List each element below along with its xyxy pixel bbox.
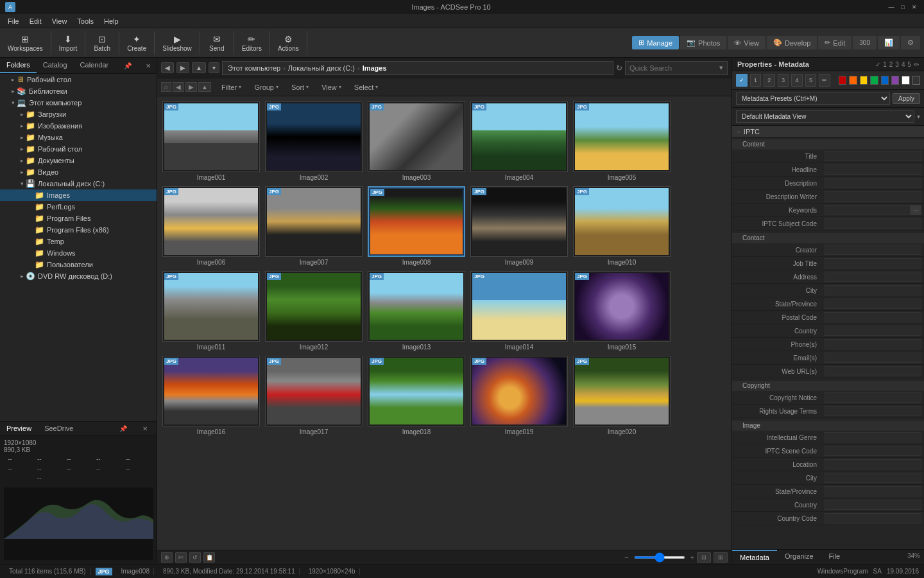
image-cell[interactable]: JPG Image019 (468, 353, 570, 438)
rights-field[interactable] (825, 406, 921, 416)
nav-recent-button[interactable]: ▾ (209, 62, 219, 73)
view-button[interactable]: View ▾ (316, 82, 346, 92)
sort-button[interactable]: Sort ▾ (286, 82, 314, 92)
intellectual-field[interactable] (825, 432, 921, 442)
workspaces-button[interactable]: ⊞ Workspaces (4, 31, 47, 55)
back-small-button[interactable]: ◀ (173, 82, 184, 92)
iptc-collapse-icon[interactable]: − (737, 128, 741, 136)
right-panel-btn2[interactable]: 2 (889, 61, 893, 68)
copy-button[interactable]: ⊕ (161, 552, 173, 563)
copyright-notice-field[interactable] (825, 392, 921, 403)
address-path[interactable]: Этот компьютер › Локальный диск (C:) › I… (222, 61, 613, 75)
tree-item[interactable]: ▾ 💻 Этот компьютер (0, 97, 157, 109)
tab-metadata[interactable]: Metadata (732, 550, 777, 564)
menu-tools[interactable]: Tools (72, 16, 99, 26)
image-cell[interactable]: JPG Image007 (262, 184, 365, 268)
folder-tree[interactable]: ▸ 🖥 Рабочий стол ▸ 📚 Библиотеки ▾ 💻 Этот… (0, 74, 157, 421)
city-field[interactable] (825, 285, 921, 295)
color-swatch-purple[interactable] (891, 76, 899, 85)
tree-item[interactable]: ▸ 📁 Музыка (0, 132, 157, 143)
country-code-field[interactable] (825, 513, 921, 523)
tab-extra[interactable]: ⚙ (901, 36, 920, 49)
nav-back-button[interactable]: ◀ (161, 62, 174, 73)
send-button[interactable]: ✉ Send (204, 31, 230, 55)
address-field[interactable] (825, 272, 921, 282)
color-swatch-blue[interactable] (881, 76, 889, 85)
tab-photos[interactable]: 📷 Photos (680, 36, 726, 49)
image-cell[interactable]: JPG Image008 (365, 184, 468, 268)
web-field[interactable] (825, 366, 921, 376)
title-field[interactable] (825, 151, 921, 161)
meta-view-expand[interactable]: ▾ (917, 113, 920, 120)
color-swatch-red[interactable] (839, 76, 846, 85)
home-button[interactable]: ⌂ (161, 82, 171, 92)
preview-close-icon[interactable]: ✕ (136, 423, 154, 435)
color-swatch-white[interactable] (902, 76, 909, 85)
right-pin-icon[interactable]: 1 (883, 61, 887, 68)
tab-seedrive[interactable]: SeeDrive (38, 422, 80, 435)
import-button[interactable]: ⬇ Import (55, 31, 81, 55)
creator-field[interactable] (825, 245, 921, 255)
menu-edit[interactable]: Edit (24, 16, 47, 26)
create-button[interactable]: ✦ Create (123, 31, 150, 55)
grid-view-button[interactable]: ⊞ (714, 552, 728, 563)
tab-catalog[interactable]: Catalog (37, 58, 74, 73)
image-cell[interactable]: JPG Image009 (468, 184, 570, 268)
tree-item[interactable]: 📁 Program Files (0, 213, 157, 224)
zoom-slider[interactable] (634, 556, 685, 559)
actions-button[interactable]: ⚙ Actions (274, 31, 303, 55)
tab-file[interactable]: File (821, 550, 848, 564)
meta-icon-1[interactable]: 1 (750, 74, 762, 87)
tab-folders[interactable]: Folders (0, 58, 37, 73)
headline-field[interactable] (825, 164, 921, 175)
tree-item[interactable]: ▸ 💿 DVD RW дисковод (D:) (0, 270, 157, 282)
image-cell[interactable]: JPG Image012 (262, 268, 365, 353)
color-swatch-green[interactable] (870, 76, 878, 85)
img-country-field[interactable] (825, 500, 921, 510)
tab-organize[interactable]: Organize (777, 550, 821, 564)
tab-view[interactable]: 👁 View (728, 36, 766, 49)
tree-item[interactable]: 📁 Images (0, 189, 157, 201)
image-cell[interactable]: JPG Image001 (160, 99, 262, 184)
menu-view[interactable]: View (47, 16, 73, 26)
search-input[interactable] (626, 63, 715, 73)
description-field[interactable] (825, 178, 921, 188)
forward-small-button[interactable]: ▶ (185, 82, 197, 92)
image-cell[interactable]: JPG Image006 (160, 184, 262, 268)
nav-up-button[interactable]: ▲ (192, 62, 206, 73)
meta-icon-4[interactable]: 4 (791, 74, 803, 87)
metadata-view-select[interactable]: Default Metadata View (736, 110, 914, 123)
tab-preview[interactable]: Preview (0, 422, 38, 435)
color-swatch-black[interactable] (912, 76, 920, 85)
filter-button[interactable]: Filter ▾ (216, 82, 246, 92)
country-field[interactable] (825, 326, 921, 336)
batch-button[interactable]: ⊡ Batch (89, 31, 115, 55)
tab-stats[interactable]: 📊 (878, 36, 900, 49)
right-panel-btn4[interactable]: 4 (902, 61, 905, 68)
breadcrumb-folder[interactable]: Images (363, 64, 387, 72)
close-button[interactable]: ✕ (910, 3, 919, 12)
image-cell[interactable]: JPG Image015 (570, 268, 673, 353)
image-grid[interactable]: JPG Image001 JPG Image002 JPG Image003 J… (157, 96, 732, 550)
image-cell[interactable]: JPG Image017 (262, 353, 365, 438)
refresh-button[interactable]: ↻ (616, 64, 622, 73)
breadcrumb-computer[interactable]: Этот компьютер (228, 64, 280, 72)
phone-field[interactable] (825, 339, 921, 349)
up-small-button[interactable]: ▲ (198, 82, 211, 92)
tab-300[interactable]: 300 (853, 36, 877, 49)
job-title-field[interactable] (825, 258, 921, 268)
preview-pin-icon[interactable]: 📌 (113, 423, 133, 435)
tree-item[interactable]: 📁 Program Files (x86) (0, 224, 157, 236)
select-button[interactable]: Select ▾ (349, 82, 384, 92)
image-cell[interactable]: JPG Image010 (570, 184, 673, 268)
metadata-scroll-area[interactable]: − IPTC Content Title Headline (732, 126, 924, 549)
tree-item[interactable]: ▸ 🖥 Рабочий стол (0, 74, 157, 85)
slideshow-button[interactable]: ▶ Slideshow (158, 31, 196, 55)
meta-icon-edit[interactable]: ✏ (819, 74, 830, 87)
tab-calendar[interactable]: Calendar (74, 58, 116, 73)
edit-icon[interactable]: ✏ (914, 61, 919, 68)
menu-help[interactable]: Help (99, 16, 124, 26)
cut-button[interactable]: ✄ (175, 552, 187, 563)
tab-edit[interactable]: ✏ Edit (818, 36, 851, 49)
image-cell[interactable]: JPG Image016 (160, 353, 262, 438)
